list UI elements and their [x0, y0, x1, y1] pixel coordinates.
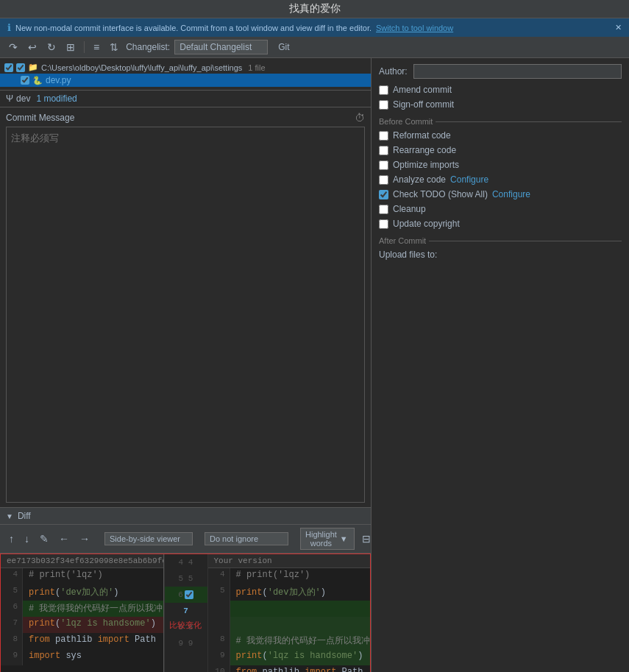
tree-root-row[interactable]: 📁 C:\Users\oldboy\Desktop\luffy\luffy_ap… — [0, 61, 371, 74]
tree-file-row[interactable]: 🐍 dev.py — [0, 74, 371, 87]
diff-viewer-container: ee7173b032f34ef6329098e8e5ab6b9fee9fdadc… — [0, 553, 371, 672]
before-commit-section: Before Commit — [379, 117, 622, 126]
main-layout: 📁 C:\Users\oldboy\Desktop\luffy\luffy_ap… — [0, 58, 629, 672]
toolbar-arrow-btn[interactable]: ↷ — [6, 40, 21, 54]
before-commit-title: Before Commit — [379, 117, 433, 126]
line-content: print('lqz is handsome') — [23, 617, 163, 633]
toolbar-refresh-btn[interactable]: ↻ — [44, 40, 59, 54]
toolbar-list-btn[interactable]: ≡ — [90, 40, 102, 54]
diff-right-panel: Your version 4 # print('lqz') 5 print('d… — [208, 554, 371, 672]
diff-mid-cell: 6 — [165, 587, 207, 603]
branch-bar: Ψ dev 1 modified — [0, 91, 371, 107]
mid-num-changed: 7 — [183, 606, 188, 615]
section-divider — [436, 121, 622, 122]
after-commit-title: After Commit — [379, 236, 426, 245]
line-content-right — [230, 601, 371, 617]
line-content-right: # 我觉得我的代码好一点所以我冲回来了 — [230, 633, 371, 649]
rearrange-code-label: Rearrange code — [393, 145, 456, 155]
commit-message-label: Commit Message — [6, 113, 74, 123]
side-by-side-dropdown[interactable]: Side-by-side viewer Unified viewer — [104, 532, 193, 545]
author-input[interactable] — [413, 64, 622, 79]
line-content-right: print('dev加入的') — [230, 584, 371, 601]
tree-file-checkbox[interactable] — [21, 76, 29, 85]
diff-line-right: 10 from pathlib import Path — [208, 665, 371, 672]
sign-off-row: Sign-off commit — [379, 99, 622, 110]
line-content-right — [230, 617, 371, 633]
title-text: 找真的爱你 — [289, 2, 341, 14]
amend-commit-checkbox[interactable] — [379, 85, 388, 95]
line-content: import sys — [23, 649, 163, 665]
line-num: 9 — [1, 649, 23, 665]
highlight-words-btn[interactable]: Highlight words ▼ — [300, 528, 355, 550]
branch-name: dev — [16, 93, 30, 104]
diff-nav-down-btn[interactable]: ↓ — [21, 531, 32, 546]
diff-line: 5 print('dev加入的') — [1, 584, 163, 601]
branch-icon: Ψ — [6, 93, 13, 104]
folder-icon: 📁 — [28, 63, 38, 72]
diff-line: 9 import sys — [1, 649, 163, 665]
reformat-code-label: Reformat code — [393, 130, 451, 141]
commit-label-row: Commit Message ⏱ — [6, 112, 365, 124]
diff-line-checkbox[interactable] — [185, 590, 193, 599]
switch-to-tool-window-link[interactable]: Switch to tool window — [376, 24, 453, 32]
analyze-code-row: Analyze code Configure — [379, 174, 622, 185]
diff-left-hash: ee7173b032f34ef6329098e8e5ab6b9fee9fdadc… — [7, 556, 164, 565]
cleanup-checkbox[interactable] — [379, 205, 388, 214]
commit-clock-icon[interactable]: ⏱ — [355, 112, 365, 124]
line-content: from pathlib import Path — [23, 633, 163, 649]
diff-mid-cell: 5 5 — [165, 570, 207, 587]
line-num-right — [208, 617, 230, 633]
mid-num: 6 — [178, 590, 183, 599]
banner-message: New non-modal commit interface is availa… — [15, 24, 372, 32]
check-todo-checkbox[interactable] — [379, 190, 388, 199]
banner-close-button[interactable]: ✕ — [615, 23, 622, 32]
analyze-code-checkbox[interactable] — [379, 175, 388, 185]
diff-line-changed: 6 # 我觉得我的代码好一点所以我冲回来了 — [1, 601, 163, 617]
optimize-imports-checkbox[interactable] — [379, 160, 388, 170]
diff-left-btn[interactable]: ← — [56, 531, 72, 546]
upload-files-row: Upload files to: — [379, 250, 622, 260]
main-toolbar: ↷ ↩ ↻ ⊞ ≡ ⇅ Changelist: Default Changeli… — [0, 37, 629, 58]
sign-off-checkbox[interactable] — [379, 100, 388, 110]
sign-off-label: Sign-off commit — [393, 99, 454, 110]
toolbar-grid-btn[interactable]: ⊞ — [63, 40, 78, 54]
check-todo-label: Check TODO (Show All) — [393, 189, 488, 199]
author-row: Author: — [379, 64, 622, 79]
commit-message-input[interactable] — [6, 127, 365, 503]
ignore-dropdown[interactable]: Do not ignore Ignore whitespace — [205, 532, 288, 545]
changelist-label: Changelist: — [126, 42, 170, 52]
toolbar-undo-btn[interactable]: ↩ — [25, 40, 40, 54]
reformat-code-checkbox[interactable] — [379, 131, 388, 141]
update-copyright-checkbox[interactable] — [379, 219, 388, 229]
diff-right-btn[interactable]: → — [77, 531, 93, 546]
changelist-dropdown[interactable]: Default Changelist Unversioned Files — [174, 40, 268, 54]
info-banner: ℹ New non-modal commit interface is avai… — [0, 18, 629, 37]
rearrange-code-checkbox[interactable] — [379, 146, 388, 155]
diff-expand-icon[interactable]: ▼ — [6, 512, 13, 520]
toolbar-separator — [84, 41, 85, 53]
line-content: # print('lqz') — [23, 568, 163, 584]
check-todo-configure-link[interactable]: Configure — [492, 189, 530, 199]
check-todo-row: Check TODO (Show All) Configure — [379, 189, 622, 199]
tree-root-checkbox[interactable] — [4, 63, 13, 72]
diff-mid-cell-changed: 7 — [165, 603, 207, 619]
tree-root-checkbox2[interactable] — [16, 63, 25, 72]
optimize-imports-label: Optimize imports — [393, 160, 459, 170]
line-num: 5 — [1, 584, 23, 601]
tree-file-count: 1 file — [248, 63, 265, 72]
diff-left-header: ee7173b032f34ef6329098e8e5ab6b9fee9fdadc… — [1, 554, 163, 568]
diff-edit-btn[interactable]: ✎ — [37, 531, 51, 546]
diff-nav-up-btn[interactable]: ↑ — [6, 531, 17, 546]
toolbar-sort-btn[interactable]: ⇅ — [107, 40, 121, 54]
diff-line-right: 4 # print('lqz') — [208, 568, 371, 584]
diff-line-right-empty — [208, 601, 371, 617]
analyze-code-label: Analyze code — [393, 174, 446, 185]
line-num: 7 — [1, 617, 23, 633]
diff-middle-col: 4 4 5 5 6 7 8 8 9 9 — [164, 554, 208, 672]
python-file-icon: 🐍 — [32, 76, 43, 85]
line-num-right: 10 — [208, 665, 230, 672]
line-content: print('dev加入的') — [23, 584, 163, 601]
line-num-right — [208, 601, 230, 617]
cleanup-label: Cleanup — [393, 204, 426, 214]
analyze-configure-link[interactable]: Configure — [450, 174, 488, 185]
